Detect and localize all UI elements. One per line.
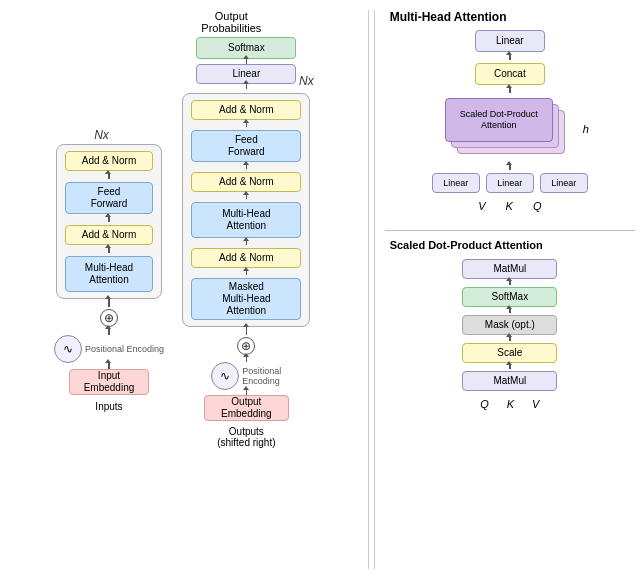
section-divider [385, 230, 635, 231]
encoder-arrow-3 [108, 363, 110, 369]
outputs-label: Outputs (shifted right) [217, 426, 275, 448]
vkq-labels: V K Q [478, 200, 541, 212]
transformer-diagram: Output Probabilities Nx Add & Norm Feed … [5, 10, 363, 569]
mha-concat: Concat [475, 63, 545, 85]
encoder-add-norm-bottom: Add & Norm [65, 225, 153, 245]
decoder-pos-enc-circle: ∿ [211, 362, 239, 390]
sdpa-matmul-top: MatMul [462, 259, 557, 279]
right-side: Multi-Head Attention Linear Concat Scale… [374, 10, 635, 569]
encoder-feed-forward: Feed Forward [65, 182, 153, 214]
sdpa-q-label: Q [480, 398, 489, 410]
k-label: K [506, 200, 513, 212]
sdpa-section: Scaled Dot-Product Attention MatMul Soft… [385, 239, 635, 410]
encoder-box: Add & Norm Feed Forward Add & Norm Multi… [56, 144, 162, 299]
encoder-arrow-2 [108, 329, 110, 335]
encoder-pos-enc-label: Positional Encoding [85, 344, 164, 354]
sdpa-matmul-bot: MatMul [462, 371, 557, 391]
nx-decoder-label: Nx [299, 74, 314, 88]
sdpa-qkv-labels: Q K V [480, 398, 539, 410]
decoder-pos-enc-label: Positional Encoding [242, 366, 281, 386]
mha-diagram: Linear Concat Scaled Dot-Product Attenti… [390, 30, 630, 212]
output-embedding: Output Embedding [204, 395, 289, 421]
decoder-feed-forward: Feed Forward [191, 130, 301, 162]
decoder-add-norm-top: Add & Norm [191, 100, 301, 120]
mha-title: Multi-Head Attention [390, 10, 507, 24]
sdpa-diagram: MatMul SoftMax Mask (opt.) Scale MatMul … [435, 259, 585, 410]
decoder-column: Softmax Linear Nx Add & Norm Feed Forwar… [179, 37, 314, 448]
inputs-label: Inputs [95, 401, 122, 412]
sdpa-v-label: V [532, 398, 539, 410]
decoder-masked-multi-head: Masked Multi-Head Attention [191, 278, 301, 320]
attention-stack: Scaled Dot-Product Attention h [445, 98, 575, 160]
mha-linear-k: Linear [486, 173, 534, 193]
nx-encoder-label: Nx [94, 128, 109, 142]
sdpa-mask: Mask (opt.) [462, 315, 557, 335]
decoder-add-norm-bot: Add & Norm [191, 248, 301, 268]
decoder-multi-head-attention: Multi-Head Attention [191, 202, 301, 238]
mha-linear-v: Linear [432, 173, 480, 193]
sdpa-title: Scaled Dot-Product Attention [390, 239, 543, 251]
mha-linear-row: Linear Linear Linear [432, 173, 588, 193]
v-label: V [478, 200, 485, 212]
encoder-column: Nx Add & Norm Feed Forward Add & Norm [54, 37, 164, 412]
h-label: h [583, 123, 589, 135]
mha-linear-top: Linear [475, 30, 545, 52]
output-probabilities-label: Output Probabilities [201, 10, 261, 34]
input-embedding: Input Embedding [69, 369, 149, 395]
sdpa-scale: Scale [462, 343, 557, 363]
encoder-add-norm-top: Add & Norm [65, 151, 153, 171]
encoder-arrow-1 [108, 299, 110, 307]
mha-linear-q: Linear [540, 173, 588, 193]
q-label: Q [533, 200, 542, 212]
encoder-pos-enc-circle: ∿ [54, 335, 82, 363]
sdpa-k-label: K [507, 398, 514, 410]
decoder-add-norm-mid: Add & Norm [191, 172, 301, 192]
attention-layer-1: Scaled Dot-Product Attention [445, 98, 553, 142]
encoder-multi-head-attention: Multi-Head Attention [65, 256, 153, 292]
decoder-box: Add & Norm Feed Forward Add & Norm Multi… [182, 93, 310, 327]
sdpa-softmax: SoftMax [462, 287, 557, 307]
mha-section: Multi-Head Attention Linear Concat Scale… [385, 10, 635, 212]
